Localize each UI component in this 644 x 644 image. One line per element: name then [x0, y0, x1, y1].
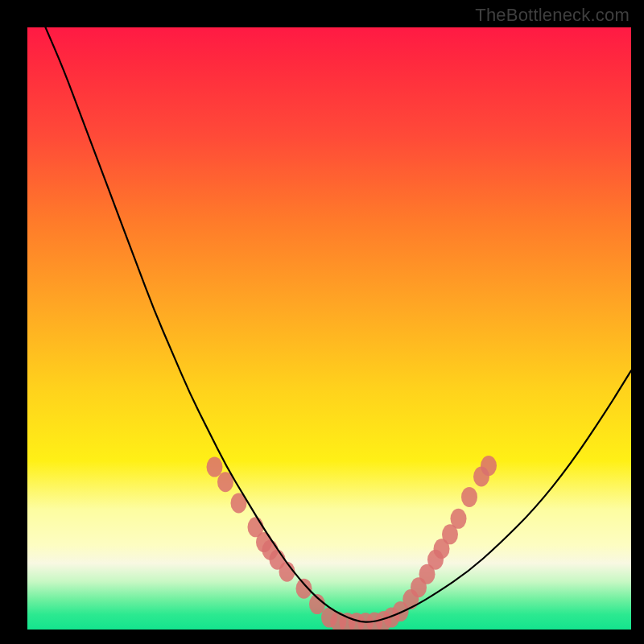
data-marker: [461, 487, 477, 507]
chart-svg: [27, 27, 631, 630]
data-marker: [481, 456, 497, 476]
watermark-text: TheBottleneck.com: [475, 5, 630, 26]
bottleneck-curve: [46, 27, 632, 622]
chart-frame: TheBottleneck.com: [0, 0, 644, 644]
marker-group: [207, 456, 497, 630]
data-marker: [207, 457, 223, 477]
data-marker: [451, 509, 467, 529]
data-marker: [296, 579, 312, 599]
